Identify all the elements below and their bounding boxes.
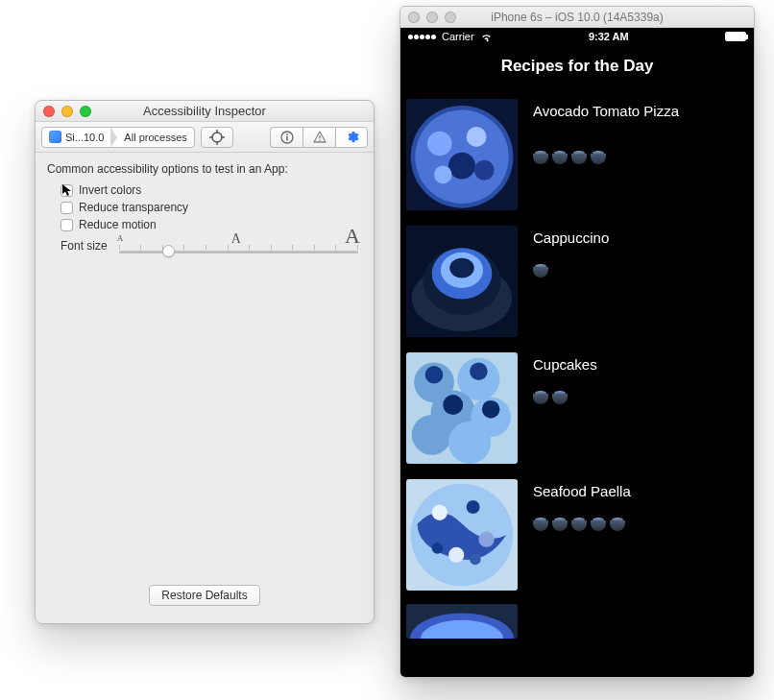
invert-colors-checkbox[interactable]	[60, 184, 73, 197]
slider-thumb[interactable]	[162, 245, 175, 257]
recipe-rating	[533, 154, 679, 164]
breadcrumb-process-label: All processes	[124, 132, 186, 143]
svg-point-17	[434, 166, 452, 184]
bowl-icon	[533, 520, 548, 531]
target-breadcrumb[interactable]: Si...10.0 All processes	[41, 127, 195, 148]
invert-colors-row[interactable]: Invert colors	[60, 183, 362, 197]
status-time: 9:32 AM	[589, 31, 629, 42]
battery-icon	[725, 32, 746, 41]
recipe-title: Cappuccino	[533, 229, 609, 246]
recipe-thumbnail	[406, 226, 518, 337]
simulator-icon	[49, 131, 61, 143]
recipe-thumbnail	[406, 604, 518, 639]
settings-panel: Common accessibility options to test in …	[36, 153, 374, 623]
recipe-list[interactable]: Avocado Tomato Pizza	[400, 91, 754, 677]
svg-point-13	[427, 132, 452, 157]
invert-colors-label: Invert colors	[79, 183, 141, 197]
traffic-lights[interactable]	[43, 106, 91, 117]
warning-icon	[313, 131, 327, 144]
bowl-icon	[552, 154, 568, 164]
reduce-motion-checkbox[interactable]	[60, 219, 73, 231]
recipe-rating	[533, 520, 631, 531]
reduce-transparency-row[interactable]: Reduce transparency	[60, 201, 362, 214]
accessibility-inspector-window: Accessibility Inspector Si...10.0 All pr…	[35, 100, 375, 624]
simulator-titlebar[interactable]: iPhone 6s – iOS 10.0 (14A5339a)	[400, 7, 754, 28]
svg-point-39	[478, 532, 494, 547]
inspector-frame: Accessibility Inspector Si...10.0 All pr…	[35, 100, 375, 624]
reduce-motion-row[interactable]: Reduce motion	[60, 218, 362, 231]
wifi-icon	[480, 31, 493, 43]
list-item[interactable]	[406, 598, 748, 646]
inspector-tab-group	[270, 127, 368, 148]
bowl-icon	[610, 520, 625, 531]
settings-tab[interactable]	[335, 127, 368, 148]
list-item[interactable]: Cappuccino	[406, 218, 748, 345]
target-picker-button[interactable]	[201, 127, 233, 148]
inspector-titlebar[interactable]: Accessibility Inspector	[36, 101, 374, 122]
bowl-icon	[571, 154, 587, 164]
recipe-title: Cupcakes	[533, 356, 597, 373]
simulator-window-title: iPhone 6s – iOS 10.0 (14A5339a)	[400, 11, 754, 24]
recipe-thumbnail	[406, 99, 518, 210]
svg-point-23	[449, 258, 474, 278]
settings-prompt: Common accessibility options to test in …	[47, 162, 362, 176]
info-icon	[280, 131, 294, 144]
breadcrumb-process[interactable]: All processes	[117, 128, 193, 147]
svg-point-9	[319, 139, 321, 141]
svg-point-40	[448, 547, 464, 563]
font-size-slider[interactable]: A A A	[119, 237, 358, 253]
breadcrumb-separator-icon	[110, 127, 117, 148]
zoom-button[interactable]	[80, 106, 91, 117]
simulator-frame: iPhone 6s – iOS 10.0 (14A5339a) Carrier …	[399, 6, 755, 678]
svg-point-0	[212, 133, 222, 142]
svg-point-6	[286, 133, 288, 135]
settings-options: Invert colors Reduce transparency Reduce…	[60, 183, 362, 253]
audit-tab[interactable]	[302, 127, 335, 148]
font-size-label: Font size	[60, 239, 108, 253]
gear-icon	[345, 130, 359, 144]
restore-defaults-button[interactable]: Restore Defaults	[149, 585, 259, 606]
reduce-transparency-checkbox[interactable]	[60, 202, 73, 214]
svg-point-16	[474, 160, 495, 181]
breadcrumb-simulator-label: Si...10.0	[65, 132, 104, 143]
recipe-thumbnail	[406, 352, 518, 464]
breadcrumb-simulator[interactable]: Si...10.0	[42, 128, 110, 147]
reduce-motion-label: Reduce motion	[79, 218, 157, 231]
recipe-title: Seafood Paella	[533, 483, 631, 499]
recipe-rating	[533, 267, 609, 278]
crosshair-icon	[209, 130, 225, 145]
reduce-transparency-label: Reduce transparency	[79, 201, 188, 214]
bowl-icon	[591, 154, 606, 164]
bowl-icon	[591, 520, 606, 531]
svg-point-38	[467, 500, 480, 514]
recipe-rating	[533, 394, 597, 404]
bowl-icon	[552, 520, 568, 531]
inspection-tab[interactable]	[270, 127, 302, 148]
svg-point-42	[470, 554, 481, 566]
signal-icon	[408, 35, 436, 39]
inspector-toolbar: Si...10.0 All processes	[36, 122, 374, 153]
slider-track	[119, 251, 358, 253]
slider-ticks	[119, 245, 358, 250]
simulator-window: iPhone 6s – iOS 10.0 (14A5339a) Carrier …	[399, 6, 755, 678]
bowl-icon	[533, 154, 548, 164]
bowl-icon	[552, 394, 568, 404]
svg-point-15	[448, 153, 475, 180]
recipe-thumbnail	[406, 479, 518, 591]
font-size-small-icon: A	[117, 233, 124, 243]
svg-rect-7	[286, 136, 288, 141]
list-item[interactable]: Seafood Paella	[406, 471, 748, 598]
svg-point-37	[432, 505, 447, 520]
svg-point-14	[467, 127, 487, 147]
restore-defaults-label: Restore Defaults	[161, 589, 247, 602]
list-item[interactable]: Avocado Tomato Pizza	[406, 91, 748, 218]
svg-point-41	[432, 543, 444, 554]
svg-point-32	[482, 400, 500, 419]
minimize-button[interactable]	[61, 106, 73, 117]
recipe-title: Avocado Tomato Pizza	[533, 103, 679, 119]
screen-title: Recipes for the Day	[400, 45, 754, 91]
carrier-label: Carrier	[442, 31, 474, 42]
close-button[interactable]	[43, 106, 55, 117]
bowl-icon	[533, 394, 548, 404]
list-item[interactable]: Cupcakes	[406, 345, 748, 471]
